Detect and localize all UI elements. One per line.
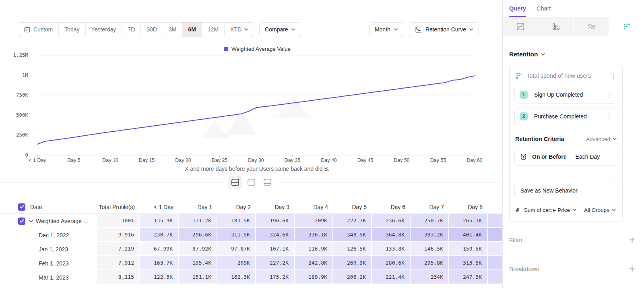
value-cell: 250.7K <box>411 214 449 228</box>
criteria-condition-row[interactable]: On or Before Each Day <box>514 148 617 166</box>
date-range-7d[interactable]: 7D <box>122 23 140 37</box>
column-header-overflow <box>488 200 502 213</box>
section-filter: Filter <box>509 232 635 247</box>
column-header-date[interactable]: Date <box>28 200 97 213</box>
date-range-12m[interactable]: 12M <box>202 23 224 37</box>
value-cell: 364.8K <box>372 228 411 242</box>
date-range-6m[interactable]: 6M <box>182 23 201 37</box>
report-tab-funnels-bars[interactable] <box>538 17 573 36</box>
chevron-down-icon <box>291 28 295 31</box>
criteria-mode-dropdown[interactable]: Advanced <box>586 136 617 142</box>
tab-query[interactable]: Query <box>509 5 526 17</box>
column-header-total-profiles: Total Profile(s) <box>97 200 140 213</box>
x-tick-label: Day 45 <box>347 157 384 163</box>
row-label: Weighted Average ... <box>36 218 88 224</box>
row-total-cell: 9,916 <box>97 228 140 242</box>
column-header-day-1: Day 1 <box>179 200 217 213</box>
table-header-row: DateTotal Profile(s)< 1 DayDay 1Day 2Day… <box>0 200 502 214</box>
column-header-day-4: Day 4 <box>295 200 333 213</box>
x-tick-label: Day 15 <box>129 157 165 163</box>
y-tick-label: 750K <box>16 92 28 98</box>
behavior-step-1[interactable]: 1Sign Up Completed⋮ <box>514 86 617 104</box>
add-filter-icon[interactable] <box>629 237 635 243</box>
value-cell: 116.9K <box>295 242 333 256</box>
compare-button[interactable]: Compare <box>259 22 301 37</box>
date-range-30d[interactable]: 30D <box>140 23 163 37</box>
date-range-label: 3M <box>169 26 176 33</box>
value-cell: 146.5K <box>411 242 449 256</box>
row-label-cell: Jan 1, 2023 <box>28 242 97 256</box>
table-view-button[interactable] <box>260 176 274 189</box>
report-tab-insights-chart[interactable] <box>503 17 538 36</box>
retention-curve-plot[interactable] <box>35 51 479 160</box>
group-dropdown[interactable]: All Groups <box>584 207 616 213</box>
add-breakdown-icon[interactable] <box>629 266 635 272</box>
x-tick-label: Day 40 <box>311 157 347 163</box>
x-tick-label: Day 30 <box>238 157 274 163</box>
x-tick-label: Day 55 <box>420 157 456 163</box>
row-checkbox-cell <box>0 256 28 270</box>
x-tick-label: Day 5 <box>56 157 92 163</box>
value-cell: 189.9K <box>295 270 333 284</box>
value-cell-overflow <box>488 214 502 228</box>
row-checkbox-cell <box>0 228 28 242</box>
step-event-label: Purchase Completed <box>534 113 606 120</box>
measured-property-dropdown[interactable]: Sum of cart ▸ Price <box>524 207 576 213</box>
report-type-tabs <box>503 17 644 36</box>
value-cell-overflow <box>488 256 502 270</box>
criteria-label: Retention Criteria <box>515 136 586 142</box>
report-tab-flows[interactable] <box>573 17 609 36</box>
date-range-xtd[interactable]: XTD <box>224 23 254 37</box>
retention-section-dropdown[interactable]: Retention <box>509 51 644 58</box>
report-tab-retention-grid[interactable] <box>609 17 644 36</box>
kebab-menu-icon[interactable]: ⋮ <box>606 92 612 98</box>
value-cell: 171.2K <box>179 214 217 228</box>
date-range-label: Custom <box>33 26 53 33</box>
chevron-down-icon <box>572 209 576 211</box>
granularity-label: Month <box>375 26 390 33</box>
measurement-row: # Sum of cart ▸ Price All Groups <box>514 203 617 217</box>
granularity-button[interactable]: Month <box>369 22 403 37</box>
criteria-mode-label: Advanced <box>586 136 610 142</box>
date-range-3m[interactable]: 3M <box>163 23 182 37</box>
row-label: Mar 1, 2023 <box>39 274 69 281</box>
kebab-menu-icon[interactable]: ⋮ <box>606 114 612 120</box>
view-toggle-group <box>0 176 502 189</box>
y-axis: 1.25M1M750K500K250K0 <box>0 51 32 160</box>
date-range-yesterday[interactable]: Yesterday <box>85 23 122 37</box>
chart-view-button[interactable] <box>244 176 258 189</box>
date-range-picker: CustomTodayYesterday7D30D3M6M12MXTD <box>18 22 254 37</box>
report-main: CustomTodayYesterday7D30D3M6M12MXTD Comp… <box>0 0 502 288</box>
value-cell: 87.92K <box>179 242 217 256</box>
axis-caption: X and more days before your Users came b… <box>35 166 479 172</box>
date-range-custom[interactable]: Custom <box>18 23 58 37</box>
value-cell: 222.7K <box>333 214 372 228</box>
select-all-checkbox[interactable] <box>18 203 25 211</box>
x-tick-label: Day 35 <box>275 157 311 163</box>
value-cell: 97.87K <box>217 242 256 256</box>
behavior-step-2[interactable]: 2Purchase Completed⋮ <box>514 108 617 125</box>
value-cell: 175.2K <box>256 270 295 284</box>
alarm-clock-icon <box>520 153 527 161</box>
value-cell: 183.5K <box>217 214 256 228</box>
value-cell: 401.4K <box>449 228 488 242</box>
split-view-button[interactable] <box>228 176 242 189</box>
date-range-label: 30D <box>147 26 157 33</box>
retention-grid-icon <box>516 73 522 79</box>
date-range-label: 7D <box>128 26 135 33</box>
chart-type-label: Retention Curve <box>425 26 466 33</box>
measured-property-label: Sum of cart ▸ Price <box>524 207 570 213</box>
chart-type-button[interactable]: Retention Curve <box>409 22 479 37</box>
row-checkbox-cell <box>0 214 28 228</box>
compare-label: Compare <box>265 26 288 33</box>
save-as-new-behavior-button[interactable]: Save as New Behavior <box>514 183 617 198</box>
retention-section-label: Retention <box>509 51 538 58</box>
value-cell: 126.5K <box>333 242 372 256</box>
row-expand-chevron-icon[interactable] <box>29 220 33 222</box>
value-cell: 159.5K <box>449 242 488 256</box>
kebab-menu-icon[interactable]: ⋮ <box>611 73 617 79</box>
tab-chart[interactable]: Chart <box>537 5 551 17</box>
row-checkbox[interactable] <box>18 218 25 225</box>
date-range-today[interactable]: Today <box>58 23 85 37</box>
x-tick-label: Day 60 <box>456 157 493 163</box>
